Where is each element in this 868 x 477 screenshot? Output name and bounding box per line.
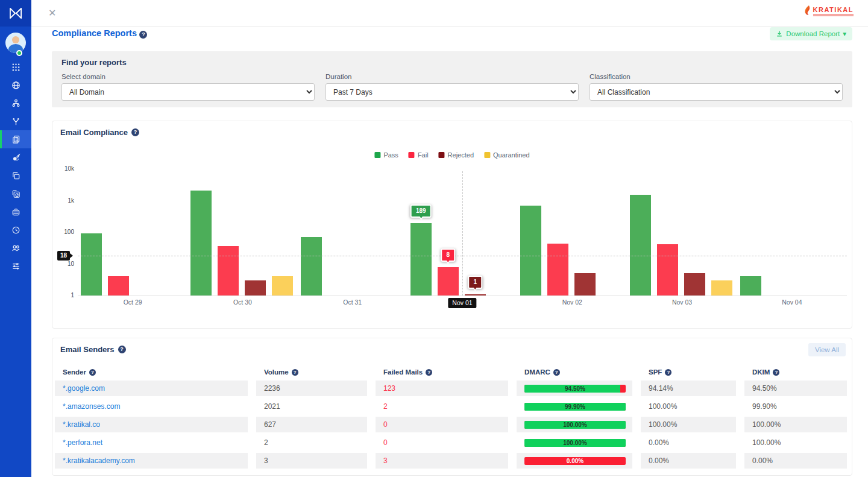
sidebar-item-reports[interactable] [0,130,31,148]
caret-down-icon: ▾ [843,30,846,38]
help-icon[interactable]: ? [553,369,560,376]
sidebar-nav [0,58,31,275]
sender-link[interactable]: *.google.com [63,381,105,396]
y-axis-label: 10k [56,165,74,172]
volume-value: 2 [256,435,367,450]
spf-value: 0.00% [641,435,736,450]
x-axis-label: Nov 04 [765,299,819,306]
sitemap-icon [11,99,20,108]
help-icon[interactable]: ? [118,346,126,353]
topbar: ✕ KRATIKAL [31,0,868,27]
classification-label: Classification [590,73,843,80]
sidebar-item-globe[interactable] [0,76,31,94]
filters-heading: Find your reports [61,58,843,67]
crosshair-hline [78,256,847,256]
volume-value: 3 [256,453,367,469]
chart-bar-quarantined[interactable] [711,280,732,295]
help-icon[interactable]: ? [426,369,432,376]
sidebar-item-copy-sync[interactable] [0,185,31,203]
sidebar-item-apps[interactable] [0,58,31,76]
chart-bar-pass[interactable] [190,191,212,295]
failed-mails-value: 2 [376,399,508,414]
chart-bar-rejected[interactable] [684,273,705,295]
chart-bar-pass[interactable] [630,195,651,295]
sidebar-item-branch[interactable] [0,112,31,130]
chart-bar-fail[interactable] [218,246,239,295]
sidebar [0,0,31,477]
help-icon[interactable]: ? [773,369,779,376]
chart-bar-pass[interactable] [410,223,432,295]
chart-bar-rejected[interactable] [465,294,486,295]
help-icon[interactable]: ? [665,369,671,376]
sidebar-item-users[interactable] [0,239,31,257]
chart-bar-quarantined[interactable] [272,276,293,295]
dkim-value: 100.00% [744,435,847,450]
senders-table: Sender?Volume?Failed Mails?DMARC?SPF?DKI… [55,365,852,471]
main-area: ✕ KRATIKAL Compliance Reports ? Download… [31,0,868,477]
volume-value: 2021 [256,399,367,414]
x-axis-label-highlighted: Nov 01 [448,298,476,308]
x-axis-label: Oct 30 [215,299,269,306]
help-icon[interactable]: ? [89,369,96,376]
chart-bar-rejected[interactable] [574,273,596,295]
column-header-volume: Volume? [256,365,367,381]
view-all-button[interactable]: View All [808,343,846,356]
dkim-value: 0.00% [744,453,847,469]
chart-bar-pass[interactable] [301,237,322,295]
sidebar-item-sitemap[interactable] [0,94,31,112]
chart-tooltip-rejected: 1 [468,276,483,289]
dmarc-progress: 94.50% [524,385,626,393]
chart-bar-fail[interactable] [547,244,568,295]
chart-bar-fail[interactable] [657,244,678,295]
page-title: Compliance Reports [52,28,137,38]
sender-link[interactable]: *.perfora.net [63,435,102,450]
duration-label: Duration [326,73,579,80]
chart-bar-fail[interactable] [438,267,459,295]
chart-bar-fail[interactable] [108,276,129,295]
sidebar-item-comet[interactable] [0,148,31,166]
sender-link[interactable]: *.kratikal.co [63,417,100,432]
failed-mails-value: 0 [376,435,508,450]
dmarc-progress: 99.90% [524,403,626,411]
chart-bar-rejected[interactable] [245,280,266,295]
help-icon[interactable]: ? [292,369,298,376]
chart-tooltip-pass: 189 [410,204,432,218]
chart-tooltip-fail: 8 [441,248,456,262]
app-logo[interactable] [0,0,31,27]
download-report-button[interactable]: Download Report ▾ [770,27,852,40]
x-axis-label: Oct 29 [105,299,160,306]
copy-sync-icon [11,189,20,198]
failed-mails-value: 0 [376,417,508,432]
email-senders-title: Email Senders [60,345,115,354]
classification-select[interactable]: All Classification [590,83,843,101]
help-icon[interactable]: ? [139,31,147,39]
table-row: *.perfora.net20100.00%0.00%100.00% [55,435,852,450]
crosshair-vline [462,171,463,295]
download-icon [776,30,783,37]
sender-link[interactable]: *.kratikalacademy.com [63,453,135,469]
spf-value: 0.00% [641,453,736,469]
brand-tagline [813,15,854,16]
avatar[interactable] [5,33,26,53]
sender-link[interactable]: *.amazonses.com [63,399,120,414]
briefcase-icon [11,207,20,216]
users-icon [11,244,20,253]
apps-grid-icon [11,63,20,72]
column-header-failed-mails: Failed Mails? [376,365,508,381]
column-header-spf: SPF? [641,365,736,381]
chart-bar-pass[interactable] [740,276,761,295]
chart-bar-pass[interactable] [520,206,541,295]
chart-bar-pass[interactable] [81,233,102,295]
sidebar-item-copy[interactable] [0,166,31,185]
duration-select[interactable]: Past 7 Days [326,83,579,101]
domain-select[interactable]: All Domain [61,83,315,101]
reports-icon [11,135,20,144]
email-senders-card: Email Senders ? View All Sender?Volume?F… [52,338,852,476]
sidebar-item-briefcase[interactable] [0,203,31,221]
close-icon[interactable]: ✕ [48,7,56,19]
sidebar-item-history[interactable] [0,221,31,239]
spf-value: 94.14% [641,381,736,396]
sidebar-item-sliders[interactable] [0,257,31,275]
copy-icon [11,171,20,180]
kratikal-logo: KRATIKAL [805,5,854,16]
